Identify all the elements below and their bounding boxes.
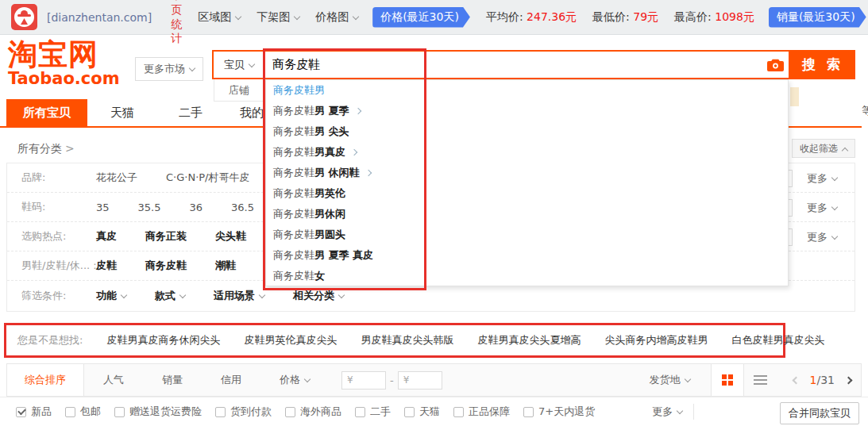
collapse-filters-button[interactable]: 收起筛选 [792, 139, 855, 158]
service-checkbox-item[interactable]: 海外商品 [285, 405, 341, 419]
chevron-down-icon [353, 13, 359, 19]
suggestion-item[interactable]: 商务皮鞋男英伦 [266, 183, 788, 204]
sort-tab[interactable]: 销量 [143, 364, 202, 396]
detective-extension-icon[interactable] [11, 4, 37, 30]
stats-menu-item[interactable]: 价格图 [315, 10, 358, 25]
guess-link[interactable]: 白色皮鞋男真皮尖头 [731, 333, 824, 347]
grid-view-button[interactable] [711, 364, 744, 396]
prev-page-icon[interactable] [792, 376, 800, 384]
chevron-right-icon [354, 108, 361, 114]
search-button[interactable]: 搜 索 [790, 50, 855, 79]
stats-menu-item[interactable]: 下架图 [257, 10, 299, 25]
image-search-camera-icon[interactable] [762, 59, 789, 71]
suggestion-item[interactable]: 商务皮鞋男 尖头 [266, 121, 788, 142]
all-categories-link[interactable]: 所有分类> [17, 142, 75, 156]
filter-value[interactable]: 36.5 [231, 201, 254, 213]
filter-value[interactable]: 商务正装 [145, 229, 187, 244]
filter-value[interactable]: 36 [190, 201, 203, 213]
more-services-button[interactable]: 更多 [652, 405, 682, 419]
sort-tab[interactable]: 人气 [84, 364, 143, 396]
guess-links: 皮鞋男真皮商务休闲尖头 皮鞋男英伦真皮尖头 男皮鞋真皮尖头韩版 皮鞋男真皮尖头夏… [83, 333, 824, 347]
sort-tab[interactable]: 价格 [260, 364, 329, 396]
taobao-logo-en: Taobao.com [8, 71, 120, 87]
guess-link[interactable]: 皮鞋男真皮尖头夏增高 [477, 333, 581, 347]
price-max-input[interactable]: ¥ [398, 371, 442, 390]
next-page-icon[interactable] [845, 376, 853, 384]
service-checkbox-item[interactable]: 包邮 [65, 405, 101, 419]
more-markets-button[interactable]: 更多市场 [135, 57, 203, 81]
service-checkbox-item[interactable]: 二手 [355, 405, 391, 419]
filter-value[interactable]: C·G·N·P/村哥牛皮 [166, 171, 250, 185]
filter-value[interactable]: 功能 [96, 289, 126, 303]
checkbox[interactable] [215, 407, 226, 417]
filter-value[interactable]: 35 [96, 201, 110, 213]
filter-value[interactable]: 35.5 [138, 201, 161, 213]
clipped-edge-text: 等 [862, 104, 868, 118]
chevron-down-icon [338, 291, 345, 297]
filter-value[interactable]: 适用场景 [214, 289, 264, 303]
more-button[interactable]: 更多 [807, 230, 837, 244]
suggestion-item[interactable]: 商务皮鞋男 [266, 80, 788, 101]
checkbox[interactable] [355, 407, 365, 417]
checkbox[interactable] [453, 407, 464, 417]
service-checkbox-item[interactable]: 赠送退货运费险 [114, 405, 202, 419]
extension-site-link[interactable]: [dianzhentan.com] [47, 11, 152, 24]
suggestion-item[interactable]: 商务皮鞋女 [266, 266, 788, 286]
sort-tab[interactable]: 综合排序 [7, 364, 84, 396]
price-min-input[interactable]: ¥ [341, 371, 386, 390]
merge-same-items-button[interactable]: 合并同款宝贝 [780, 402, 859, 424]
filter-value[interactable]: 潮鞋 [215, 259, 236, 273]
more-button[interactable]: 更多 [807, 201, 837, 215]
main-tab[interactable]: 天猫 [87, 99, 157, 126]
service-checkbox-item[interactable]: 天猫 [404, 405, 440, 419]
suggestion-item[interactable]: 商务皮鞋男圆头 [266, 225, 788, 245]
checkbox[interactable] [16, 407, 26, 417]
suggestion-item[interactable]: 商务皮鞋男真皮 [266, 142, 788, 163]
filter-value[interactable]: 皮鞋 [96, 259, 117, 273]
checkbox[interactable] [404, 407, 415, 417]
filter-value[interactable]: 花花公子 [96, 171, 137, 185]
suggestion-item[interactable]: 商务皮鞋男 夏季 [266, 101, 788, 121]
more-button[interactable]: 更多 [807, 171, 837, 186]
checkbox[interactable] [65, 407, 75, 417]
filter-value[interactable]: 真皮 [96, 229, 117, 244]
list-view-button[interactable] [744, 364, 777, 396]
search-box: 宝贝 [212, 50, 790, 79]
filter-value[interactable]: 商务皮鞋 [145, 259, 187, 273]
chevron-down-icon [831, 174, 838, 180]
main-tab[interactable]: 二手 [157, 99, 224, 126]
checkbox[interactable] [285, 407, 295, 417]
service-checkbox-item[interactable]: 新品 [16, 405, 52, 419]
search-input[interactable] [264, 52, 762, 78]
suggestion-item[interactable]: 商务皮鞋男 休闲鞋 [266, 163, 788, 183]
service-checkbox-item[interactable]: 正品保障 [453, 405, 510, 419]
suggestion-item[interactable]: 商务皮鞋男休闲 [266, 204, 788, 225]
list-icon [754, 375, 767, 385]
search-type-option-shop[interactable]: 店铺 [214, 79, 264, 102]
guess-link[interactable]: 皮鞋男英伦真皮尖头 [244, 333, 337, 347]
search-type-select[interactable]: 宝贝 [214, 58, 264, 72]
related-search-red-box: 您是不是想找: 皮鞋男真皮商务休闲尖头 皮鞋男英伦真皮尖头 男皮鞋真皮尖头韩版 … [4, 323, 785, 358]
guess-link[interactable]: 皮鞋男真皮商务休闲尖头 [106, 333, 220, 347]
stats-menu-item[interactable]: 区域图 [198, 10, 241, 25]
detective-hat-brim [17, 14, 31, 17]
filter-values: 35 35.5 36 36.5 [96, 201, 283, 213]
checkbox[interactable] [523, 407, 534, 417]
sort-tab[interactable]: 信用 [202, 364, 260, 396]
filter-value[interactable]: 款式 [155, 289, 185, 303]
suggestion-item[interactable]: 商务皮鞋男 夏季 真皮 [266, 245, 788, 266]
page-stats-link[interactable]: 本页统计 [171, 0, 182, 46]
guess-link[interactable]: 男皮鞋真皮尖头韩版 [361, 333, 453, 347]
chevron-down-icon [294, 13, 300, 19]
main-tab[interactable]: 所有宝贝 [6, 99, 87, 126]
taobao-logo[interactable]: 淘宝网 Taobao.com [8, 40, 120, 87]
service-checkbox-item[interactable]: 7+天内退货 [523, 405, 595, 419]
filter-value[interactable]: 相关分类 [293, 289, 344, 303]
checkbox[interactable] [114, 407, 125, 417]
taobao-search-page: [dianzhentan.com] 本页统计 区域图 下架图 价格图 价格(最近… [0, 0, 868, 426]
filter-value[interactable]: 尖头鞋 [215, 229, 246, 244]
ship-from-select[interactable]: 发货地 [650, 373, 690, 387]
service-checkbox-item[interactable]: 货到付款 [215, 405, 272, 419]
guess-link[interactable]: 尖头商务内增高皮鞋男 [604, 333, 708, 347]
pagination: 1/31 [793, 374, 851, 386]
